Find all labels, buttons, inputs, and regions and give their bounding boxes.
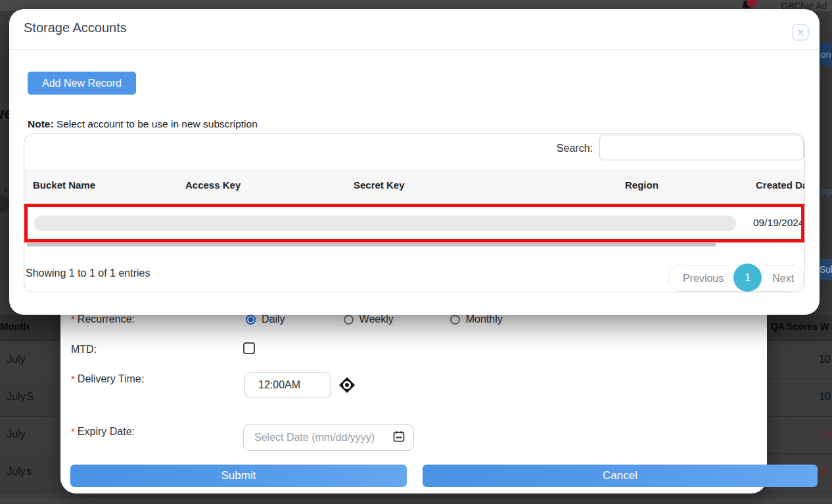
required-marker: * xyxy=(71,426,75,437)
note-label: Note: xyxy=(28,118,54,129)
radio-monthly[interactable]: Monthly xyxy=(450,313,503,325)
delivery-time-label: *Delivery Time: xyxy=(71,373,144,385)
column-created-date[interactable]: Created Date xyxy=(756,179,805,191)
column-secret-key[interactable]: Secret Key xyxy=(354,179,405,191)
required-marker: * xyxy=(71,313,75,325)
qa-score-cell: 58. xyxy=(816,466,831,478)
screen: GBChat Ad ve : c Month July July S July … xyxy=(0,0,832,504)
cell-fragment: s xyxy=(26,466,32,478)
note-text: Note: Select account to be use in new su… xyxy=(28,118,258,130)
search-label: Search: xyxy=(557,143,593,154)
required-marker: * xyxy=(71,373,75,384)
recurrence-label: *Recurrence: xyxy=(71,313,135,325)
qa-score-cell: 10 xyxy=(819,354,831,365)
pagination-page-1[interactable]: 1 xyxy=(733,263,762,292)
column-region[interactable]: Region xyxy=(625,179,659,191)
modal-header: Storage Accounts ✕ xyxy=(9,9,820,50)
month-cell: July xyxy=(7,466,25,478)
radio-daily[interactable]: Daily xyxy=(246,313,285,325)
row-shadow xyxy=(27,243,716,246)
table-row: July S xyxy=(0,378,60,417)
background-submit-fragment: Sub xyxy=(818,259,832,280)
radio-weekly[interactable]: Weekly xyxy=(344,313,394,325)
radio-monthly-label: Monthly xyxy=(466,313,503,325)
table-entries-info: Showing 1 to 1 of 1 entries xyxy=(26,267,150,279)
expiry-date-field[interactable] xyxy=(243,424,414,451)
table-row: 10 xyxy=(767,341,832,379)
redacted-account-data xyxy=(34,216,736,231)
table-row: 10 xyxy=(767,378,832,417)
qa-score-cell: 10 xyxy=(819,391,831,403)
radio-circle-icon[interactable] xyxy=(450,315,460,325)
qa-score-cell: 6 xyxy=(825,428,831,440)
background-button-fragment: on xyxy=(819,43,832,66)
time-picker-handle-icon[interactable] xyxy=(339,377,355,393)
background-bottom-band xyxy=(0,497,832,504)
pagination: Previous 1 Next xyxy=(668,265,804,292)
accounts-table-card: Search: Bucket Name Access Key Secret Ke… xyxy=(24,133,805,292)
add-new-record-button[interactable]: Add New Record xyxy=(28,72,136,95)
background-link-fragment: ogr xyxy=(821,186,832,196)
radio-circle-icon[interactable] xyxy=(246,315,256,325)
expiry-date-input[interactable] xyxy=(253,431,392,444)
column-bucket-name[interactable]: Bucket Name xyxy=(33,179,95,191)
radio-circle-icon[interactable] xyxy=(344,315,354,325)
modal-title: Storage Accounts xyxy=(24,20,127,35)
table-row: July xyxy=(0,341,60,379)
background-avatar-fragment xyxy=(0,195,9,212)
pagination-previous[interactable]: Previous xyxy=(683,273,724,285)
cell-fragment: S xyxy=(26,391,34,403)
month-cell: July xyxy=(7,354,25,365)
month-column-header: Month xyxy=(0,315,60,341)
month-cell: July xyxy=(7,428,25,440)
table-row: July xyxy=(0,416,60,454)
expiry-date-label: *Expiry Date: xyxy=(71,426,135,438)
radio-weekly-label: Weekly xyxy=(359,313,394,325)
table-row: 6 xyxy=(767,416,832,454)
pagination-next[interactable]: Next xyxy=(772,273,794,285)
recurrence-radio-group: Daily Weekly Monthly xyxy=(246,313,530,325)
radio-daily-label: Daily xyxy=(262,313,285,325)
close-icon[interactable]: ✕ xyxy=(792,24,809,41)
storage-accounts-modal: Storage Accounts ✕ Add New Record Note: … xyxy=(9,9,820,315)
month-cell: July xyxy=(7,391,25,403)
column-access-key[interactable]: Access Key xyxy=(185,179,241,191)
mtd-checkbox[interactable] xyxy=(243,342,255,354)
submit-button[interactable]: Submit xyxy=(70,465,407,487)
created-date-cell: 09/19/2024 xyxy=(753,217,804,229)
table-row: July s xyxy=(0,453,60,492)
mtd-label: MTD: xyxy=(71,344,97,355)
qa-scores-column-header: QA Scores W xyxy=(767,315,832,341)
calendar-icon[interactable] xyxy=(392,430,405,446)
account-row-highlighted[interactable]: 09/19/2024 xyxy=(24,204,804,242)
table-header-row: Bucket Name Access Key Secret Key Region… xyxy=(24,170,804,201)
subscription-modal: *Recurrence: Daily Weekly Monthly MTD: *… xyxy=(60,299,767,493)
background-text-fragment-small: : c xyxy=(0,185,8,193)
cancel-button[interactable]: Cancel xyxy=(423,465,818,487)
delivery-time-input[interactable] xyxy=(244,372,331,398)
search-input[interactable] xyxy=(599,135,804,160)
background-month-table: Month July July S July July s xyxy=(0,315,60,504)
